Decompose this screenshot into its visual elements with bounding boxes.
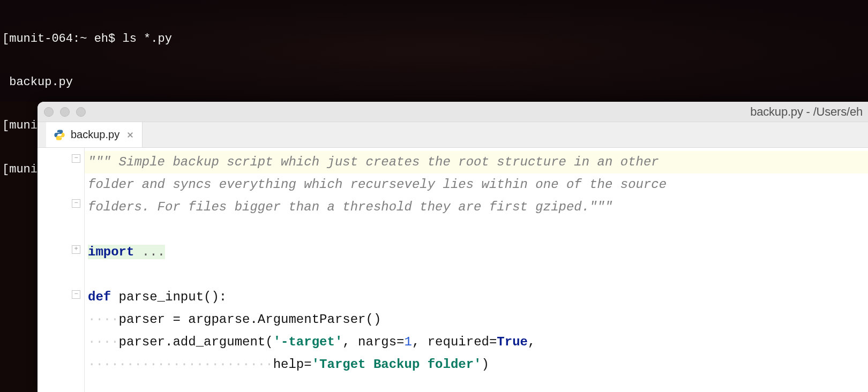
folded-ellipsis[interactable]: ...	[142, 245, 165, 259]
gutter[interactable]	[38, 148, 85, 392]
code-line-import: import ...	[85, 241, 868, 263]
code-line: ····parser.add_argument('-target', nargs…	[85, 331, 868, 353]
code-line-def: def parse_input():	[85, 286, 868, 308]
code-text: parser = argparse.ArgumentParser()	[119, 312, 381, 327]
indent-guides: ····	[88, 335, 119, 349]
editor-tab-label: backup.py	[71, 129, 119, 141]
code-text: , nargs=	[342, 335, 404, 349]
code-line: ····parser = argparse.ArgumentParser()	[85, 308, 868, 331]
fold-toggle-imports[interactable]	[72, 245, 80, 254]
code-line-blank	[85, 218, 868, 241]
terminal-line-1: [munit-064:~ eh$ ls *.py	[2, 32, 866, 46]
minimize-window-icon[interactable]	[60, 107, 70, 117]
indent-guides: ························	[88, 357, 273, 372]
editor-tab-backup[interactable]: backup.py	[46, 122, 143, 147]
window-controls	[44, 107, 86, 117]
titlebar[interactable]: backup.py - /Users/eh	[38, 102, 868, 122]
docstring-quote: """	[88, 155, 119, 169]
watermark: 9553下载 .com	[794, 356, 858, 382]
tabbar: backup.py	[38, 122, 868, 148]
terminal-line-2: backup.py	[2, 75, 866, 89]
fold-toggle-function[interactable]	[72, 290, 80, 299]
code-text: , required=	[412, 335, 497, 349]
terminal-command: ls *.py	[122, 32, 171, 46]
function-name: parse_input():	[119, 290, 227, 304]
docstring-quote: """	[589, 200, 612, 214]
code-text: parser.add_argument(	[119, 335, 273, 349]
code-line: """ Simple backup script which just crea…	[85, 151, 868, 174]
fold-toggle-docstring[interactable]	[72, 154, 80, 163]
close-window-icon[interactable]	[44, 107, 54, 117]
editor-window: backup.py - /Users/eh backup.py """ Simp…	[38, 102, 868, 392]
docstring-text: Simple backup script which just creates …	[119, 155, 659, 169]
indent-guides: ····	[88, 312, 119, 327]
string-literal: '-target'	[273, 335, 343, 349]
watermark-subtext: .com	[794, 376, 858, 382]
boolean-literal: True	[497, 335, 528, 349]
code-area: """ Simple backup script which just crea…	[38, 148, 868, 392]
terminal-prompt: [munit-064:~ eh$	[2, 32, 122, 46]
terminal[interactable]: [munit-064:~ eh$ ls *.py backup.py [muni…	[0, 0, 868, 102]
code-line-blank	[85, 263, 868, 286]
code-line: folder and syncs everything which recurs…	[85, 174, 868, 196]
fold-toggle-docstring-end[interactable]	[72, 199, 80, 208]
maximize-window-icon[interactable]	[76, 107, 86, 117]
code-line: ························help='Target Bac…	[85, 353, 868, 376]
window-title: backup.py - /Users/eh	[750, 105, 863, 119]
code-line: folders. For files bigger than a thresho…	[85, 196, 868, 218]
python-file-icon	[54, 129, 65, 141]
docstring-text: folder and syncs everything which recurs…	[88, 177, 667, 192]
code-text: ,	[528, 335, 535, 349]
code-text: help=	[273, 357, 312, 372]
docstring-text: folders. For files bigger than a thresho…	[88, 200, 589, 214]
code-editor[interactable]: """ Simple backup script which just crea…	[85, 148, 868, 392]
keyword-def: def	[88, 290, 119, 304]
watermark-text: 9553下载	[794, 358, 858, 375]
keyword-import: import	[88, 245, 142, 259]
close-tab-icon[interactable]	[127, 132, 133, 138]
string-literal: 'Target Backup folder'	[312, 357, 482, 372]
code-text: )	[482, 357, 489, 372]
number-literal: 1	[405, 335, 412, 349]
